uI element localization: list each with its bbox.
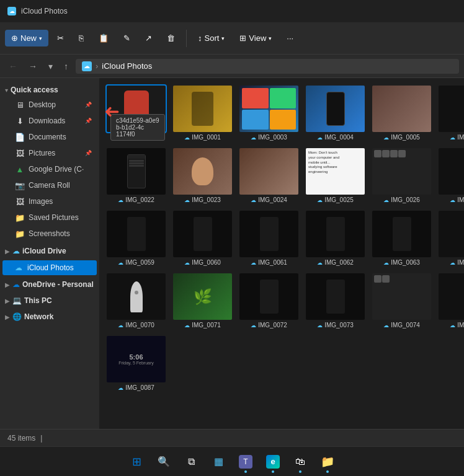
file-item-img0060[interactable]: ☁IMG_0060 (171, 208, 234, 268)
dropdown-button[interactable]: ▾ (45, 59, 56, 74)
file-item-img0063[interactable]: ☁IMG_0063 (370, 208, 434, 268)
downloads-label: Downloads (29, 117, 65, 125)
file-item-img0026b[interactable]: ☁IMG_0027 (436, 146, 464, 206)
file-item-img0075[interactable]: ☁IMG_0075 (436, 271, 464, 331)
taskbar-widgets[interactable]: ▦ (206, 449, 231, 474)
share-icon: ↗ (145, 33, 152, 43)
file-thumbnail-img0022 (107, 148, 166, 195)
cloud-icon-0060: ☁ (184, 260, 190, 266)
file-item-rename[interactable]: ☁ c34d1e59-a0e9 c34d1e59-a0e9b-b1d2-4c11… (104, 83, 168, 143)
file-item-img0070[interactable]: ☁IMG_0070 (104, 271, 168, 331)
file-item-img0071[interactable]: 🌿 ☁IMG_0071 (171, 271, 234, 331)
view-icon: ⊞ (239, 33, 246, 43)
file-grid-container[interactable]: ☁ c34d1e59-a0e9 c34d1e59-a0e9b-b1d2-4c11… (99, 78, 464, 429)
file-item-img0025[interactable]: Mom: Don't touchyour computer andmobile … (303, 146, 367, 206)
network-header[interactable]: ▶ 🌐 Network (0, 310, 99, 324)
file-thumbnail-img0025: Mom: Don't touchyour computer andmobile … (306, 148, 365, 195)
this-pc-header[interactable]: ▶ 💻 This PC (0, 294, 99, 307)
view-button[interactable]: ⊞ View ▾ (233, 30, 278, 46)
file-item-img0059[interactable]: ☁IMG_0059 (104, 208, 168, 268)
sidebar-item-documents[interactable]: 📄 Documents (2, 129, 97, 145)
file-item-img0023[interactable]: ☁IMG_0023 (171, 146, 234, 206)
taskbar-start[interactable]: ⊞ (124, 449, 149, 474)
cut-button[interactable]: ✂ (51, 30, 70, 46)
rename-icon: ✎ (123, 33, 130, 43)
taskbar-store[interactable]: 🛍 (288, 449, 313, 474)
file-item-img0073[interactable]: ☁IMG_0073 (303, 271, 367, 331)
file-thumbnail-img0070 (107, 273, 166, 320)
file-item-img0024[interactable]: ☁IMG_0024 (237, 146, 301, 206)
sidebar-item-downloads[interactable]: ⬇ Downloads 📌 (2, 113, 97, 129)
paste-button[interactable]: 📋 (92, 30, 115, 46)
cloud-icon-0025: ☁ (317, 197, 323, 203)
more-button[interactable]: ··· (280, 30, 300, 46)
file-name-img0074: ☁IMG_0074 (383, 322, 420, 328)
quick-access-expand: ▾ (5, 87, 8, 94)
quick-access-section: ▾ Quick access 🖥 Desktop 📌 ⬇ Downloads 📌… (0, 83, 99, 242)
sidebar-item-google-drive[interactable]: ▲ Google Drive (C· (2, 161, 97, 177)
images-label: Images (29, 197, 53, 206)
file-item-img0074[interactable]: ☁IMG_0074 (370, 271, 434, 331)
new-button[interactable]: ⊕ New ▾ (5, 30, 48, 46)
up-button[interactable]: ↑ (60, 59, 72, 74)
cloud-icon-0003: ☁ (251, 134, 256, 141)
taskbar-edge[interactable]: e (261, 449, 285, 474)
file-item-img0005[interactable]: ☁IMG_0005 (370, 83, 434, 143)
file-name-img0023: ☁IMG_0023 (184, 196, 221, 203)
file-item-img0026[interactable]: ☁IMG_0026 (370, 146, 434, 206)
cloud-icon-0071: ☁ (184, 322, 190, 328)
status-separator: | (40, 434, 42, 443)
sidebar-item-screenshots[interactable]: 📁 Screenshots (2, 226, 97, 242)
file-item-img0063b[interactable]: ☁IMG_0064 (436, 208, 464, 268)
taskbar-taskview[interactable]: ⧉ (179, 449, 203, 474)
address-path[interactable]: ☁ › iCloud Photos (76, 59, 459, 74)
taskbar-explorer[interactable]: 📁 (315, 449, 340, 474)
sidebar-item-saved-pictures[interactable]: 📁 Saved Pictures (2, 209, 97, 226)
file-thumbnail-img0060 (173, 211, 232, 257)
copy-icon: ⎘ (79, 33, 84, 43)
desktop-label: Desktop (29, 100, 56, 109)
sidebar-item-desktop[interactable]: 🖥 Desktop 📌 (2, 97, 97, 113)
sort-button[interactable]: ↕ Sort ▾ (192, 30, 231, 46)
icloud-drive-header[interactable]: ▶ ☁ iCloud Drive (0, 244, 99, 258)
file-item-img0022[interactable]: ☁IMG_0022 (104, 146, 168, 206)
copy-button[interactable]: ⎘ (73, 30, 90, 46)
file-thumbnail-img0004 (306, 86, 365, 132)
file-name-img0003: ☁IMG_0003 (251, 134, 287, 141)
rename-button[interactable]: ✎ (117, 30, 136, 46)
delete-button[interactable]: 🗑 (161, 30, 181, 46)
file-item-img0072[interactable]: ☁IMG_0072 (237, 271, 301, 331)
file-thumbnail-img0001 (173, 86, 232, 132)
back-button[interactable]: ← (5, 59, 21, 74)
file-thumbnail-img0071: 🌿 (173, 273, 232, 320)
file-item-img0087[interactable]: 5:06 Friday, 5 February ☁IMG_0087 (104, 333, 168, 394)
file-item-extra1[interactable]: ☁IMG_0006 (436, 83, 464, 143)
store-indicator (299, 470, 301, 473)
share-button[interactable]: ↗ (139, 30, 158, 46)
file-thumbnail-img0026 (372, 148, 431, 195)
file-item-img0004[interactable]: ☁IMG_0004 (303, 83, 367, 143)
icloud-photos-section: ☁ iCloud Photos (0, 260, 99, 275)
file-item-img0001[interactable]: ☁IMG_0001 (171, 83, 234, 143)
file-item-img0003[interactable]: ☁IMG_0003 (237, 83, 301, 143)
cloud-icon-0063: ☁ (383, 260, 389, 266)
file-item-img0061[interactable]: ☁IMG_0061 (237, 208, 301, 268)
view-dropdown-icon: ▾ (269, 35, 272, 42)
teams-indicator (244, 470, 247, 473)
screenshots-icon: 📁 (15, 229, 25, 239)
file-name-img0071: ☁IMG_0071 (184, 322, 221, 328)
forward-button[interactable]: → (25, 59, 41, 74)
quick-access-header[interactable]: ▾ Quick access (0, 83, 99, 97)
onedrive-header[interactable]: ▶ ☁ OneDrive - Personal (0, 278, 99, 291)
main-area: ▾ Quick access 🖥 Desktop 📌 ⬇ Downloads 📌… (0, 78, 464, 429)
sidebar-item-images[interactable]: 🖼 Images (2, 193, 97, 209)
sidebar-item-icloud-photos[interactable]: ☁ iCloud Photos (2, 260, 97, 275)
sidebar-item-pictures[interactable]: 🖼 Pictures 📌 (2, 145, 97, 161)
file-item-img0062[interactable]: ☁IMG_0062 (303, 208, 367, 268)
onedrive-icon: ☁ (12, 280, 20, 289)
documents-label: Documents (29, 133, 66, 141)
sidebar-item-camera-roll[interactable]: 📷 Camera Roll (2, 177, 97, 193)
search-icon: 🔍 (156, 454, 171, 469)
taskbar-search[interactable]: 🔍 (151, 449, 176, 474)
taskbar-teams[interactable]: T (233, 449, 258, 474)
